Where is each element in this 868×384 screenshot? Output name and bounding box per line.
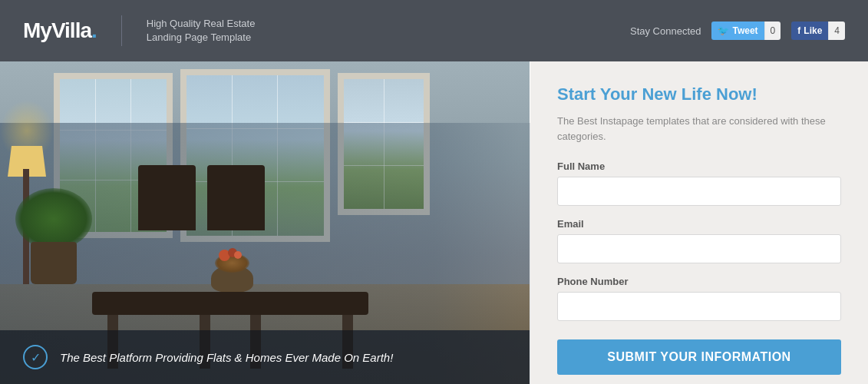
form-panel: Start Your New Life Now! The Best Instap… (530, 61, 868, 384)
chair-2 (207, 165, 265, 230)
facebook-button[interactable]: f Like 4 (791, 22, 845, 40)
full-name-group: Full Name (557, 161, 841, 206)
twitter-main[interactable]: 🐦 Tweet (711, 22, 764, 40)
phone-group: Phone Number (557, 276, 841, 321)
phone-input[interactable] (557, 292, 841, 321)
logo-area: MyVilla. High Quality Real Estate Landin… (23, 15, 269, 46)
plant-pot (31, 242, 77, 284)
bottom-bar: ✓ The Best Platform Providing Flats & Ho… (0, 330, 530, 384)
twitter-count: 0 (764, 22, 781, 40)
dining-table (92, 292, 368, 315)
email-label: Email (557, 218, 841, 230)
check-circle-icon: ✓ (23, 345, 48, 369)
email-group: Email (557, 218, 841, 263)
logo-dot: . (91, 18, 97, 42)
twitter-label: Tweet (732, 25, 757, 36)
twitter-bird-icon: 🐦 (718, 25, 729, 36)
chair-1 (138, 165, 196, 230)
facebook-count: 4 (828, 22, 845, 40)
full-name-input[interactable] (557, 177, 841, 206)
full-name-label: Full Name (557, 161, 841, 172)
centerpiece (211, 265, 253, 292)
facebook-label: Like (804, 25, 822, 36)
logo-name: MyVilla (23, 18, 91, 42)
twitter-button[interactable]: 🐦 Tweet 0 (711, 22, 781, 40)
logo: MyVilla. (23, 18, 97, 43)
header: MyVilla. High Quality Real Estate Landin… (0, 0, 868, 61)
email-input[interactable] (557, 234, 841, 263)
form-title: Start Your New Life Now! (557, 84, 841, 104)
bottom-bar-text: The Best Platform Providing Flats & Home… (60, 351, 393, 364)
facebook-main[interactable]: f Like (791, 22, 828, 40)
header-right: Stay Connected 🐦 Tweet 0 f Like 4 (630, 22, 845, 40)
logo-divider (121, 15, 122, 46)
tagline: High Quality Real Estate Landing Page Te… (147, 17, 269, 45)
stay-connected-label: Stay Connected (630, 25, 701, 37)
submit-button[interactable]: Submit Your Information (557, 339, 841, 375)
phone-label: Phone Number (557, 276, 841, 287)
plant-leaves (15, 188, 92, 250)
form-subtitle: The Best Instapage templates that are co… (557, 114, 841, 144)
facebook-icon: f (797, 25, 800, 36)
